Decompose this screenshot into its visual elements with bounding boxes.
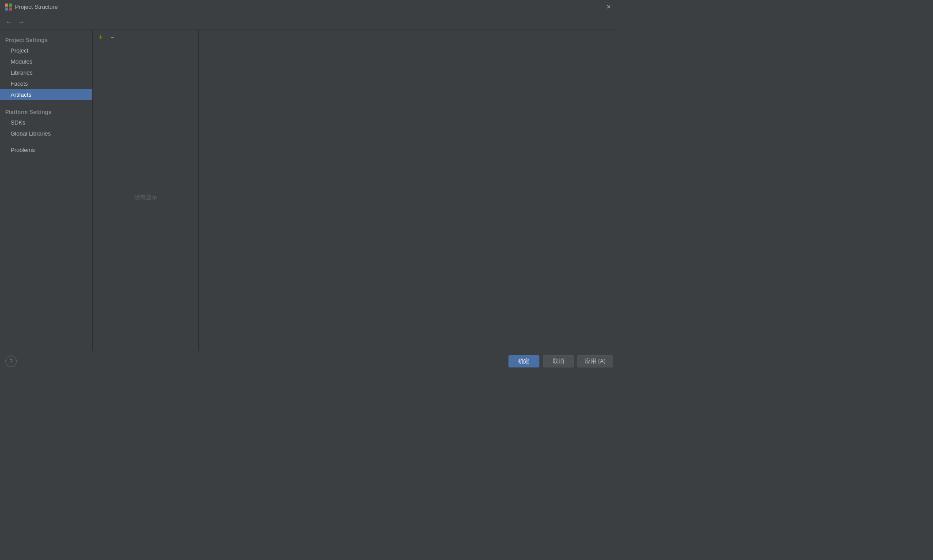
sidebar-item-sdks[interactable]: SDKs	[0, 117, 92, 128]
back-button[interactable]: ←	[4, 17, 14, 27]
sidebar-item-global-libraries[interactable]: Global Libraries	[0, 128, 92, 139]
middle-panel: + − 没有显示	[93, 30, 199, 351]
sidebar-item-artifacts[interactable]: Artifacts	[0, 89, 92, 100]
close-button[interactable]: ×	[603, 2, 614, 12]
svg-rect-3	[9, 8, 12, 11]
forward-button[interactable]: →	[16, 17, 27, 27]
right-panel	[199, 30, 618, 351]
sidebar-item-modules[interactable]: Modules	[0, 56, 92, 67]
ok-button[interactable]: 确定	[508, 355, 539, 367]
sidebar-item-problems[interactable]: Problems	[0, 144, 92, 155]
svg-rect-1	[9, 4, 12, 7]
window-title: Project Structure	[15, 4, 58, 10]
middle-empty-label: 没有显示	[93, 44, 198, 351]
sidebar-item-project[interactable]: Project	[0, 45, 92, 56]
project-settings-header: Project Settings	[0, 34, 92, 45]
help-button[interactable]: ?	[5, 356, 17, 367]
sidebar-item-libraries[interactable]: Libraries	[0, 67, 92, 78]
app-icon	[4, 3, 12, 11]
sidebar-spacer-1	[0, 100, 92, 106]
remove-artifact-button[interactable]: −	[107, 32, 118, 42]
nav-bar: ← →	[0, 14, 618, 30]
sidebar-spacer-2	[0, 139, 92, 144]
title-bar-left: Project Structure	[4, 3, 58, 11]
content-area: Project Settings Project Modules Librari…	[0, 30, 618, 351]
cancel-button[interactable]: 取消	[543, 355, 574, 367]
platform-settings-header: Platform Settings	[0, 106, 92, 117]
sidebar: Project Settings Project Modules Librari…	[0, 30, 93, 351]
add-artifact-button[interactable]: +	[95, 32, 106, 42]
apply-button[interactable]: 应用 (A)	[577, 355, 613, 367]
middle-toolbar: + −	[93, 30, 198, 44]
svg-rect-2	[5, 8, 8, 11]
title-bar: Project Structure ×	[0, 0, 618, 14]
main-layout: ← → Project Settings Project Modules Lib…	[0, 14, 618, 371]
sidebar-item-facets[interactable]: Facets	[0, 78, 92, 89]
svg-rect-0	[5, 4, 8, 7]
bottom-bar: ? 确定 取消 应用 (A)	[0, 351, 618, 371]
